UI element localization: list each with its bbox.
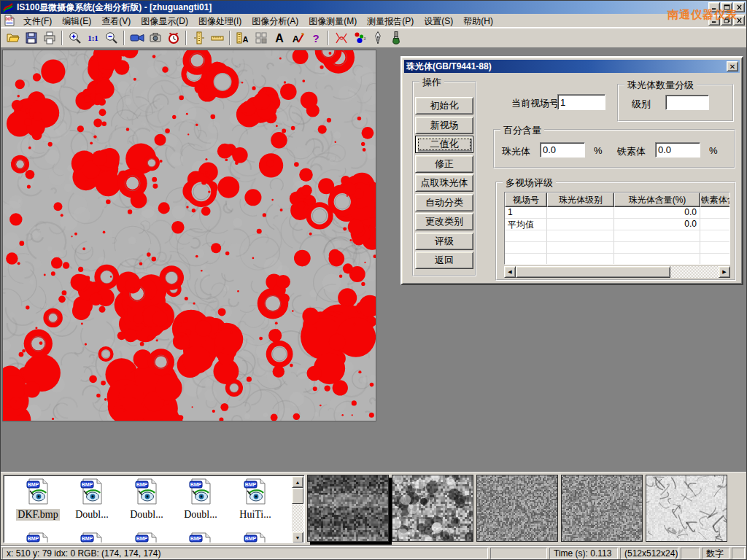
table-hscrollbar[interactable]: ◀ ▶: [504, 266, 730, 278]
menu-item-0[interactable]: 文件(F): [18, 15, 57, 28]
thumbnail-1[interactable]: [392, 475, 473, 542]
menu-item-4[interactable]: 图像处理(I): [193, 15, 247, 28]
menu-item-1[interactable]: 编辑(E): [57, 15, 96, 28]
file-name[interactable]: Doubl...: [128, 509, 165, 521]
thumbnail-2[interactable]: [476, 475, 558, 542]
menu-item-7[interactable]: 测量报告(P): [362, 15, 419, 28]
vscroll-thumb[interactable]: [292, 488, 303, 504]
bmp-file-icon: BMP: [188, 494, 213, 507]
table-header-3[interactable]: 铁素体含量(%): [700, 192, 730, 207]
text-a-icon[interactable]: A: [270, 29, 288, 47]
menu-item-3[interactable]: 图像显示(D): [136, 15, 193, 28]
status-image-size: (512x512x24): [620, 548, 678, 559]
mdi-minimize-button[interactable]: [708, 15, 720, 26]
table-header-1[interactable]: 珠光体级别: [547, 192, 614, 207]
filelist-vscrollbar[interactable]: ▲ ▼: [292, 476, 303, 543]
grid-icon[interactable]: [252, 29, 270, 47]
zoom-out-icon[interactable]: [102, 29, 120, 47]
text-style-icon[interactable]: A: [288, 29, 306, 47]
dialog-close-icon[interactable]: ✕: [727, 61, 738, 71]
thumbnail-4[interactable]: [646, 475, 727, 542]
file-item-row2-0[interactable]: BMP: [11, 532, 65, 543]
ruler-icon[interactable]: [208, 29, 226, 47]
file-name[interactable]: Doubl...: [74, 509, 110, 521]
help-icon[interactable]: ?: [306, 29, 325, 47]
file-item-1[interactable]: BMPDoubl...: [65, 478, 119, 521]
timer-clock-icon[interactable]: [164, 29, 182, 47]
menu-item-6[interactable]: 图像测量(M): [303, 15, 362, 28]
file-item-0[interactable]: BMPDKF.bmp: [11, 478, 65, 521]
pen-icon[interactable]: [368, 29, 387, 47]
save-icon[interactable]: [22, 29, 40, 47]
video-camera-icon[interactable]: [128, 29, 146, 47]
print-icon[interactable]: [40, 29, 58, 47]
op-button-5[interactable]: 自动分类: [415, 194, 473, 211]
caliper-icon[interactable]: [190, 29, 208, 47]
op-button-7[interactable]: 评级: [415, 233, 473, 250]
file-name[interactable]: DKF.bmp: [16, 509, 59, 521]
open-folder-icon[interactable]: [4, 29, 22, 47]
mdi-close-button[interactable]: [733, 15, 745, 26]
table-header-2[interactable]: 珠光体含量(%): [614, 192, 700, 207]
scroll-up-icon[interactable]: ▲: [292, 476, 303, 488]
title-bar[interactable]: IS100显微摄像系统(金相分析版) - [zhuguangti01]: [1, 1, 746, 14]
current-view-input[interactable]: [557, 94, 605, 110]
op-button-3[interactable]: 修正: [415, 155, 473, 173]
minimize-button[interactable]: [708, 2, 720, 12]
menu-item-2[interactable]: 查看(V): [96, 15, 136, 28]
scroll-right-icon[interactable]: ▶: [719, 266, 730, 278]
multi-view-table[interactable]: 视场号珠光体级别珠光体含量(%)铁素体含量(%)10.0平均值0.0: [504, 192, 730, 265]
dialog-title-bar[interactable]: 珠光体(GB/T9441-88) ✕: [404, 60, 740, 73]
table-row-3[interactable]: [505, 242, 729, 254]
file-item-2[interactable]: BMPDoubl...: [120, 478, 174, 521]
file-item-3[interactable]: BMPDoubl...: [174, 478, 228, 521]
file-name[interactable]: HuiTi...: [238, 509, 272, 521]
file-item-row2-3[interactable]: BMP: [174, 532, 228, 543]
op-button-6[interactable]: 更改类别: [415, 213, 473, 230]
mdi-restore-button[interactable]: [721, 15, 732, 26]
scroll-left-icon[interactable]: ◀: [504, 266, 516, 278]
table-cell: [700, 254, 730, 265]
main-image[interactable]: [2, 50, 376, 421]
table-row-1[interactable]: 平均值0.0: [505, 219, 729, 230]
menu-item-5[interactable]: 图像分析(A): [247, 15, 303, 28]
maximize-button[interactable]: [721, 2, 732, 12]
table-cell: 0.0: [614, 219, 700, 230]
op-button-4[interactable]: 点取珠光体: [415, 174, 473, 192]
table-row-4[interactable]: [505, 254, 729, 265]
svg-text:A: A: [242, 35, 248, 44]
file-name[interactable]: Doubl...: [182, 509, 219, 521]
rgb-balls-icon[interactable]: 3: [350, 29, 368, 47]
file-item-row2-2[interactable]: BMP: [120, 532, 174, 543]
table-header-0[interactable]: 视场号: [505, 192, 547, 207]
op-button-1[interactable]: 新视场: [415, 117, 473, 134]
pearlite-input[interactable]: [540, 142, 585, 158]
file-item-row2-1[interactable]: BMP: [65, 532, 119, 543]
curve-spline-icon[interactable]: [332, 29, 350, 47]
op-button-8[interactable]: 返回: [415, 252, 473, 269]
table-cell: [547, 230, 614, 242]
percentage-group: 百分含量 珠光体 % 铁素体 %: [493, 129, 735, 168]
close-button[interactable]: [733, 2, 745, 12]
measure-text-icon[interactable]: A: [233, 29, 252, 47]
scroll-down-icon[interactable]: ▼: [292, 532, 303, 543]
op-button-0[interactable]: 初始化: [415, 97, 473, 114]
zoom-in-icon[interactable]: [66, 29, 84, 47]
brush-icon[interactable]: [387, 29, 405, 47]
file-item-row2-4[interactable]: BMP: [228, 532, 282, 543]
thumbnail-0[interactable]: [307, 475, 389, 542]
hscroll-thumb[interactable]: [516, 266, 670, 278]
status-time: Time (s): 0.113: [549, 548, 618, 559]
menu-item-9[interactable]: 帮助(H): [458, 15, 498, 28]
level-input[interactable]: [665, 95, 709, 110]
snapshot-camera-icon[interactable]: [146, 29, 164, 47]
thumbnail-3[interactable]: [561, 475, 643, 542]
file-item-4[interactable]: BMPHuiTi...: [228, 478, 282, 521]
table-row-2[interactable]: [505, 230, 729, 242]
op-button-2[interactable]: 二值化: [415, 136, 473, 153]
table-row-0[interactable]: 10.0: [505, 207, 729, 219]
actual-size-icon[interactable]: 1:1: [84, 29, 102, 47]
ferrite-input[interactable]: [655, 142, 700, 158]
menu-item-8[interactable]: 设置(S): [419, 15, 458, 28]
svg-text:BMP: BMP: [190, 536, 202, 541]
